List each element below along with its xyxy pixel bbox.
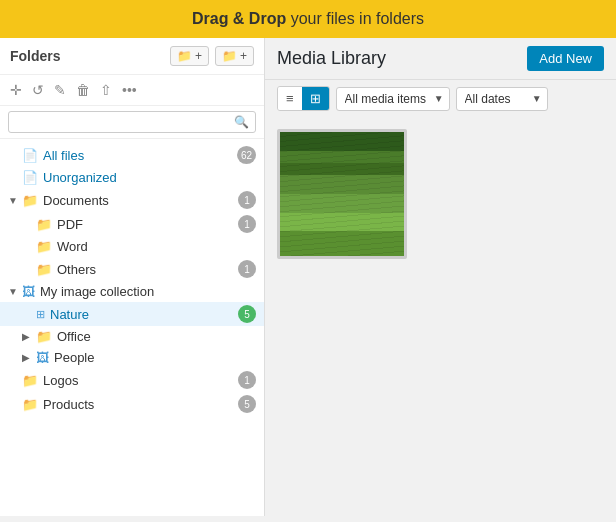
sidebar-search-container: 🔍 [0,106,264,139]
top-banner: Drag & Drop your files in folders [0,0,616,38]
badge-documents: 1 [238,191,256,209]
badge-logos: 1 [238,371,256,389]
folder-icon-pdf: 📁 [36,217,52,232]
tree-label-pdf: PDF [57,217,238,232]
tree-label-logos: Logos [43,373,238,388]
grass-image [280,132,404,256]
tree-label-products: Products [43,397,238,412]
tree-item-all-files[interactable]: 📄 All files 62 [0,143,264,167]
edit-icon[interactable]: ✎ [52,80,68,100]
tree-item-products[interactable]: 📁 Products 5 [0,392,264,416]
tree-label-people: People [54,350,256,365]
folder-icon-people: 🖼 [36,350,49,365]
tree-item-pdf[interactable]: 📁 PDF 1 [0,212,264,236]
tree-label-documents: Documents [43,193,238,208]
folder-icon-others: 📁 [36,262,52,277]
add-folder-button[interactable]: 📁 + [170,46,209,66]
date-filter-wrap: All dates This month Last month ▼ [456,87,548,111]
media-filter-wrap: All media items Images Videos Documents … [336,87,450,111]
tree-label-word: Word [57,239,256,254]
badge-all-files: 62 [237,146,256,164]
tree-label-others: Others [57,262,238,277]
tree-label-all-files: All files [43,148,237,163]
search-icon: 🔍 [234,115,249,129]
file-tree: 📄 All files 62 📄 Unorganized ▼ 📁 Documen… [0,139,264,516]
upload-icon[interactable]: ⇧ [98,80,114,100]
sidebar-title: Folders [10,48,164,64]
search-wrap: 🔍 [8,111,256,133]
badge-pdf: 1 [238,215,256,233]
main-layout: Folders 📁 + 📁 + ✛ ↺ ✎ 🗑 ⇧ ••• 🔍 [0,38,616,516]
list-view-button[interactable]: ≡ [278,87,302,110]
tree-item-word[interactable]: 📁 Word [0,236,264,257]
badge-nature: 5 [238,305,256,323]
refresh-icon[interactable]: ↺ [30,80,46,100]
view-toggle: ≡ ⊞ [277,86,330,111]
delete-icon[interactable]: 🗑 [74,80,92,100]
add-new-button[interactable]: Add New [527,46,604,71]
grid-view-button[interactable]: ⊞ [302,87,329,110]
tree-item-people[interactable]: ▶ 🖼 People [0,347,264,368]
list-view-icon: ≡ [286,91,294,106]
folder-icon-logos: 📁 [22,373,38,388]
folder-plus-icon: 📁 [177,49,192,63]
tree-item-documents[interactable]: ▼ 📁 Documents 1 [0,188,264,212]
chevron-people: ▶ [22,352,36,363]
media-type-select[interactable]: All media items Images Videos Documents [336,87,450,111]
tree-item-office[interactable]: ▶ 📁 Office [0,326,264,347]
tree-item-unorganized[interactable]: 📄 Unorganized [0,167,264,188]
chevron-documents: ▼ [8,195,22,206]
sidebar-header: Folders 📁 + 📁 + [0,38,264,75]
content-area: Media Library Add New ≡ ⊞ All media item… [265,38,616,516]
tree-item-nature[interactable]: ⊞ Nature 5 [0,302,264,326]
search-input[interactable] [15,115,234,129]
folder-icon-office: 📁 [36,329,52,344]
move-icon[interactable]: ✛ [8,80,24,100]
folder-icon-word: 📁 [36,239,52,254]
folder-icon-products: 📁 [22,397,38,412]
file-icon-all-files: 📄 [22,148,38,163]
tree-label-office: Office [57,329,256,344]
media-thumbnail-grass[interactable] [277,129,407,259]
folder-icon-my-image-collection: 🖼 [22,284,35,299]
tree-item-logos[interactable]: 📁 Logos 1 [0,368,264,392]
sidebar-toolbar: ✛ ↺ ✎ 🗑 ⇧ ••• [0,75,264,106]
tree-label-unorganized: Unorganized [43,170,256,185]
folder-icon-documents: 📁 [22,193,38,208]
badge-others: 1 [238,260,256,278]
grid-view-icon: ⊞ [310,91,321,106]
filter-toolbar: ≡ ⊞ All media items Images Videos Docume… [265,80,616,117]
chevron-office: ▶ [22,331,36,342]
grid-icon-nature: ⊞ [36,308,45,321]
chevron-my-image-collection: ▼ [8,286,22,297]
tree-item-my-image-collection[interactable]: ▼ 🖼 My image collection [0,281,264,302]
date-select[interactable]: All dates This month Last month [456,87,548,111]
banner-bold-text: Drag & Drop [192,10,286,27]
tree-label-nature: Nature [50,307,238,322]
upload-button[interactable]: 📁 + [215,46,254,66]
tree-item-others[interactable]: 📁 Others 1 [0,257,264,281]
more-icon[interactable]: ••• [120,80,139,100]
tree-label-my-image-collection: My image collection [40,284,256,299]
badge-products: 5 [238,395,256,413]
media-library-title: Media Library [277,48,519,69]
sidebar: Folders 📁 + 📁 + ✛ ↺ ✎ 🗑 ⇧ ••• 🔍 [0,38,265,516]
banner-rest-text: your files in folders [286,10,424,27]
media-grid [265,117,616,516]
upload-folder-icon: 📁 [222,49,237,63]
content-header: Media Library Add New [265,38,616,80]
file-icon-unorganized: 📄 [22,170,38,185]
